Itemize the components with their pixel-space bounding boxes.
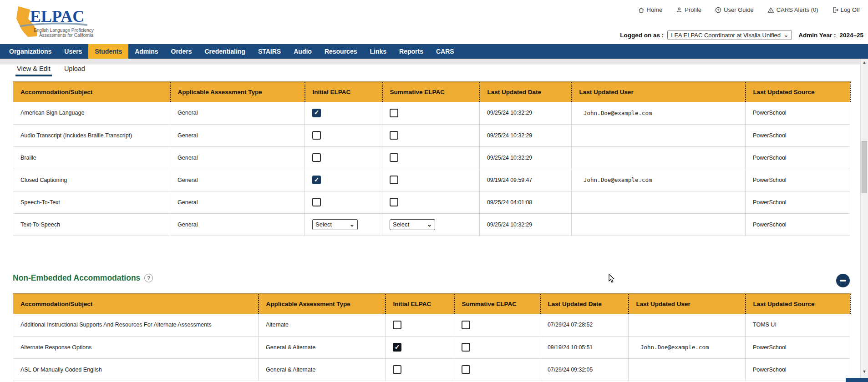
summative-elpac-checkbox[interactable] — [462, 365, 470, 374]
divider-strip — [0, 59, 868, 65]
assessment-type-cell: Alternate — [259, 314, 386, 336]
chevron-down-icon: ⌄ — [784, 32, 788, 38]
assessment-type-cell: General & Alternate — [259, 358, 386, 381]
updated-date-cell: 09/25/24 10:32:29 — [480, 124, 572, 146]
summative-elpac-checkbox[interactable] — [390, 176, 398, 184]
admin-year-value: 2024–25 — [839, 32, 863, 39]
updated-source-cell: PowerSchool — [746, 169, 850, 191]
updated-user-cell: John.Doe@example.com — [629, 336, 746, 358]
role-select[interactable]: LEA ELPAC Coordinator at Visalia Unified… — [667, 30, 792, 40]
assessment-type-cell: General — [170, 102, 305, 124]
nav-item-students[interactable]: Students — [88, 44, 128, 59]
nav-item-links[interactable]: Links — [363, 44, 393, 59]
summative-elpac-checkbox[interactable] — [390, 198, 398, 206]
vertical-scrollbar[interactable]: ▲ ▼ — [860, 59, 868, 382]
updated-user-cell — [629, 314, 746, 336]
updated-source-cell: PowerSchool — [746, 191, 850, 213]
table-row: Alternate Response Options General & Alt… — [13, 336, 850, 358]
updated-user-cell — [572, 213, 746, 236]
nav-item-admins[interactable]: Admins — [128, 44, 164, 59]
collapse-section-button[interactable] — [836, 274, 850, 287]
bottom-corner-strip — [846, 378, 868, 382]
assessment-type-cell: General & Alternate — [259, 336, 386, 358]
summative-elpac-select[interactable]: Select ⌄ — [390, 219, 435, 230]
initial-elpac-checkbox[interactable] — [312, 109, 321, 117]
summative-elpac-checkbox[interactable] — [390, 153, 398, 162]
logged-on-label: Logged on as : — [620, 32, 664, 39]
non-embedded-accommodations-table: Accommodation/Subject Applicable Assessm… — [13, 293, 851, 381]
help-icon[interactable]: ? — [144, 274, 153, 282]
profile-icon — [676, 7, 682, 13]
nav-item-credentialing[interactable]: Credentialing — [198, 44, 251, 59]
section-title: Non-Embedded Accommodations — [13, 273, 140, 283]
table-header-row: Accommodation/Subject Applicable Assessm… — [13, 294, 850, 314]
updated-user-cell: John.Doe@example.com — [572, 102, 746, 124]
chevron-down-icon: ⌄ — [427, 223, 432, 226]
summative-elpac-checkbox[interactable] — [390, 131, 398, 140]
initial-elpac-checkbox[interactable] — [312, 176, 321, 184]
initial-elpac-checkbox[interactable] — [393, 365, 401, 374]
non-embedded-section-header: Non-Embedded Accommodations ? — [13, 273, 153, 283]
nav-item-audio[interactable]: Audio — [287, 44, 318, 59]
scrollbar-thumb[interactable] — [862, 141, 867, 193]
column-header-updated-source: Last Updated Source — [746, 82, 850, 102]
nav-item-orders[interactable]: Orders — [165, 44, 198, 59]
svg-text:?: ? — [717, 8, 720, 12]
initial-elpac-checkbox[interactable] — [312, 198, 321, 206]
initial-elpac-select[interactable]: Select ⌄ — [312, 219, 358, 230]
column-header-summative-elpac: Summative ELPAC — [382, 82, 480, 102]
column-header-assessment-type: Applicable Assessment Type — [170, 82, 305, 102]
logged-on-row: Logged on as : LEA ELPAC Coordinator at … — [620, 30, 863, 40]
updated-source-cell: PowerSchool — [746, 336, 850, 358]
user-guide-link[interactable]: ? User Guide — [715, 6, 754, 13]
initial-elpac-checkbox[interactable] — [393, 321, 401, 329]
profile-link[interactable]: Profile — [676, 6, 701, 13]
initial-elpac-checkbox[interactable] — [393, 343, 401, 352]
nav-item-stairs[interactable]: STAIRS — [252, 44, 287, 59]
nav-item-users[interactable]: Users — [58, 44, 88, 59]
log-off-label: Log Off — [841, 6, 860, 13]
scroll-down-arrow-icon[interactable]: ▼ — [861, 369, 868, 374]
home-link[interactable]: Home — [638, 6, 663, 13]
nav-item-resources[interactable]: Resources — [318, 44, 364, 59]
summative-elpac-checkbox[interactable] — [462, 321, 470, 329]
scroll-up-arrow-icon[interactable]: ▲ — [861, 60, 868, 65]
tab-view-edit[interactable]: View & Edit — [15, 65, 52, 76]
cars-alerts-link[interactable]: CARS Alerts (0) — [767, 6, 818, 13]
table-row: Text-To-Speech General Select ⌄ Select ⌄… — [13, 213, 850, 236]
page: ELPAC English Language Proficiency Asses… — [0, 0, 868, 382]
table-row: ASL Or Manually Coded English General & … — [13, 358, 850, 381]
logo-tagline-1: English Language Proficiency — [34, 28, 94, 33]
table-row: Speech-To-Text General 09/25/24 04:01:08… — [13, 191, 850, 213]
summative-elpac-checkbox[interactable] — [462, 343, 470, 352]
cars-alerts-icon — [767, 7, 774, 13]
tab-upload[interactable]: Upload — [63, 65, 86, 76]
log-off-link[interactable]: Log Off — [832, 6, 860, 13]
nav-item-reports[interactable]: Reports — [393, 44, 430, 59]
updated-source-cell: TOMS UI — [746, 314, 850, 336]
summative-elpac-checkbox[interactable] — [390, 109, 398, 117]
user-guide-icon: ? — [715, 7, 721, 13]
mouse-cursor — [609, 274, 617, 283]
accommodation-cell: Additional Instructional Supports And Re… — [13, 314, 259, 336]
accommodation-cell: American Sign Language — [13, 102, 170, 124]
column-header-accommodation: Accommodation/Subject — [13, 294, 259, 314]
updated-date-cell: 07/29/24 09:32:05 — [540, 358, 629, 381]
accommodation-cell: Braille — [13, 146, 170, 169]
nav-item-organizations[interactable]: Organizations — [3, 44, 58, 59]
table-row: Audio Transcript (Includes Braille Trans… — [13, 124, 850, 146]
updated-date-cell: 09/25/24 10:32:29 — [480, 102, 572, 124]
select-value: Select — [393, 221, 409, 228]
chevron-down-icon: ⌄ — [350, 223, 355, 226]
nav-item-cars[interactable]: CARS — [430, 44, 461, 59]
initial-elpac-checkbox[interactable] — [312, 131, 321, 140]
initial-elpac-checkbox[interactable] — [312, 153, 321, 162]
assessment-type-cell: General — [170, 213, 305, 236]
updated-source-cell: PowerSchool — [746, 124, 850, 146]
updated-user-cell — [572, 191, 746, 213]
accommodation-cell: Alternate Response Options — [13, 336, 259, 358]
updated-source-cell: PowerSchool — [746, 102, 850, 124]
updated-user-cell — [572, 146, 746, 169]
assessment-type-cell: General — [170, 146, 305, 169]
column-header-updated-date: Last Updated Date — [480, 82, 572, 102]
